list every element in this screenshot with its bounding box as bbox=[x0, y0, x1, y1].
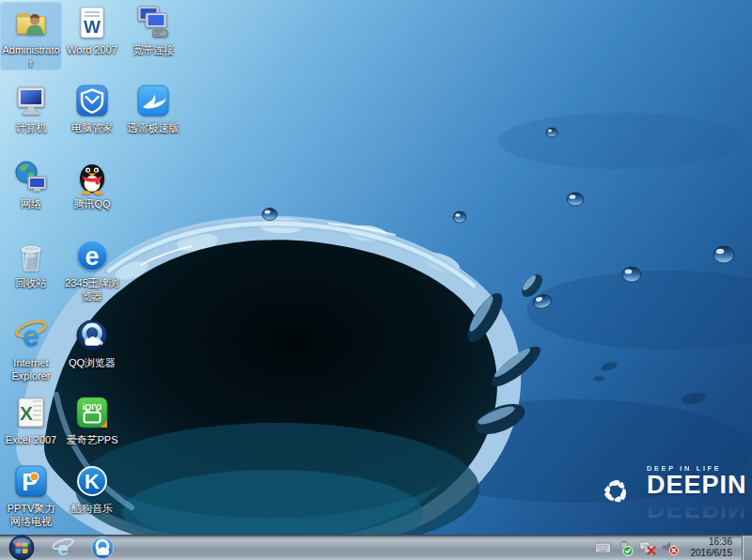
system-tray: 16:36 2016/6/15 bbox=[594, 536, 752, 560]
desktop-icon-iqiyi-pps[interactable]: iQIYI 爱奇艺PPS bbox=[62, 393, 122, 446]
icon-label: 迅雷极速版 bbox=[123, 121, 183, 134]
icon-label: 计算机 bbox=[1, 121, 61, 134]
svg-text:e: e bbox=[57, 537, 69, 559]
tray-network-status[interactable] bbox=[639, 539, 657, 556]
clock-time: 16:36 bbox=[691, 537, 733, 548]
taskbar-ie-button[interactable]: e bbox=[49, 536, 77, 560]
thunder-bird-icon bbox=[134, 82, 172, 119]
taskbar: e bbox=[0, 535, 752, 560]
tray-safely-remove-hardware[interactable] bbox=[617, 539, 634, 556]
iqiyi-icon: iQIYI bbox=[73, 394, 111, 431]
desktop-icon-qq-browser[interactable]: QQ浏览器 bbox=[62, 316, 122, 369]
logo-brand-reflection: DEEPIN bbox=[647, 498, 747, 519]
icon-label: 电脑管家 bbox=[62, 121, 122, 134]
recycle-bin-icon bbox=[12, 237, 50, 274]
desktop-icon-administrator[interactable]: Administrator bbox=[1, 3, 61, 70]
shield-icon bbox=[73, 82, 111, 119]
desktop-icon-pptv[interactable]: P PPTV聚力 网络电视 bbox=[1, 461, 61, 528]
desktop-icon-kugou-music[interactable]: K 酷狗音乐 bbox=[62, 461, 122, 515]
taskbar-clock[interactable]: 16:36 2016/6/15 bbox=[691, 537, 733, 559]
desktop-icon-excel-2007[interactable]: X Excel 2007 bbox=[1, 393, 61, 446]
2345-browser-e-icon: e bbox=[73, 237, 111, 274]
desktop-icon-broadband-connection[interactable]: 宽带连接 bbox=[123, 3, 183, 56]
desktop[interactable]: DEEP IN LIFE DEEPIN DEEPIN Administrator bbox=[0, 0, 752, 535]
icon-label: QQ浏览器 bbox=[62, 356, 122, 369]
icon-label: 酷狗音乐 bbox=[62, 502, 122, 515]
show-desktop-button[interactable] bbox=[742, 536, 752, 560]
icon-label: 腾讯QQ bbox=[62, 197, 122, 210]
desktop-icon-word-2007[interactable]: W Word 2007 bbox=[62, 3, 122, 56]
logo-tagline: DEEP IN LIFE bbox=[647, 464, 747, 473]
tray-volume[interactable] bbox=[662, 539, 680, 556]
word-w-glyph: W bbox=[84, 17, 101, 37]
icon-label: Excel 2007 bbox=[1, 433, 61, 446]
screen: DEEP IN LIFE DEEPIN DEEPIN Administrator bbox=[0, 0, 752, 560]
user-folder-icon bbox=[12, 4, 50, 41]
tray-input-method[interactable] bbox=[594, 539, 612, 556]
ie-icon: e bbox=[51, 536, 75, 560]
icon-label: 回收站 bbox=[1, 276, 61, 289]
desktop-icon-thunder[interactable]: 迅雷极速版 bbox=[123, 81, 183, 134]
qq-penguin-icon bbox=[73, 158, 111, 195]
desktop-icon-internet-explorer[interactable]: e Internet Explorer bbox=[1, 316, 61, 382]
internet-explorer-icon: e bbox=[12, 317, 50, 354]
ie-e-glyph: e bbox=[23, 319, 39, 352]
desktop-icon-recycle-bin[interactable]: 回收站 bbox=[1, 236, 61, 289]
broadband-connection-icon bbox=[134, 4, 172, 41]
qq-browser-icon bbox=[73, 317, 111, 354]
clock-date: 2016/6/15 bbox=[691, 548, 733, 559]
windows-start-orb-icon bbox=[8, 535, 35, 560]
icon-label: Administrator bbox=[1, 43, 61, 70]
desktop-icon-tencent-qq[interactable]: 腾讯QQ bbox=[62, 157, 122, 210]
pptv-p-glyph: P bbox=[22, 468, 38, 496]
pptv-icon: P bbox=[12, 462, 50, 500]
kugou-k-icon: K bbox=[73, 462, 111, 500]
network-disconnected-icon bbox=[639, 541, 656, 555]
keyboard-icon bbox=[595, 542, 611, 553]
usb-device-ok-icon bbox=[617, 540, 634, 556]
kugou-k-glyph: K bbox=[85, 470, 100, 493]
taskbar-qq-browser-button[interactable] bbox=[88, 536, 117, 560]
icon-label: 宽带连接 bbox=[123, 43, 183, 56]
icon-label: 网络 bbox=[1, 197, 61, 210]
network-icon bbox=[12, 158, 50, 195]
icon-label: 爱奇艺PPS bbox=[62, 433, 122, 446]
logo-brand: DEEPIN bbox=[647, 473, 747, 498]
computer-icon bbox=[12, 82, 50, 119]
deepin-swirl-icon bbox=[588, 464, 643, 519]
desktop-icon-network[interactable]: 网络 bbox=[1, 157, 61, 210]
desktop-icon-pc-manager[interactable]: 电脑管家 bbox=[62, 81, 122, 134]
icon-label: Internet Explorer bbox=[1, 356, 61, 382]
2345-e-glyph: e bbox=[85, 242, 99, 271]
speaker-muted-icon bbox=[662, 540, 679, 555]
excel-x-glyph: X bbox=[20, 402, 33, 424]
icon-label: 2345王牌浏览器 bbox=[62, 276, 122, 303]
word-document-icon: W bbox=[73, 4, 111, 41]
desktop-icon-computer[interactable]: 计算机 bbox=[1, 81, 61, 134]
desktop-icon-2345-browser[interactable]: e 2345王牌浏览器 bbox=[62, 236, 122, 303]
deepin-logo: DEEP IN LIFE DEEPIN DEEPIN bbox=[588, 464, 748, 530]
icon-label: Word 2007 bbox=[62, 43, 122, 56]
start-button[interactable] bbox=[6, 536, 38, 560]
qq-browser-cloud-icon bbox=[90, 536, 115, 560]
icon-label: PPTV聚力 网络电视 bbox=[1, 502, 61, 528]
excel-icon: X bbox=[12, 394, 50, 431]
